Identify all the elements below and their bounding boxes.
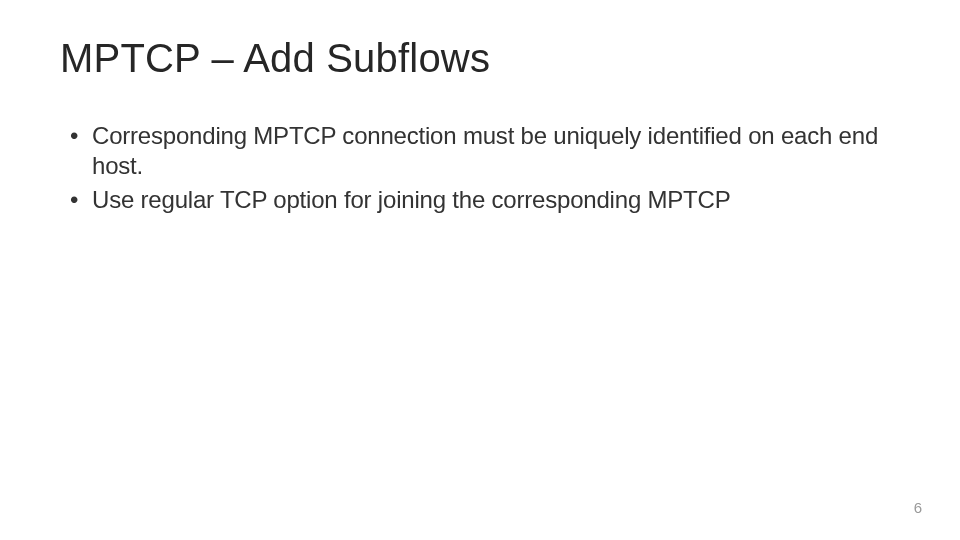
bullet-list: Corresponding MPTCP connection must be u… (60, 121, 900, 215)
slide: MPTCP – Add Subflows Corresponding MPTCP… (0, 0, 960, 540)
bullet-item: Use regular TCP option for joining the c… (70, 185, 900, 215)
page-number: 6 (914, 499, 922, 516)
slide-title: MPTCP – Add Subflows (60, 36, 900, 81)
bullet-item: Corresponding MPTCP connection must be u… (70, 121, 900, 181)
